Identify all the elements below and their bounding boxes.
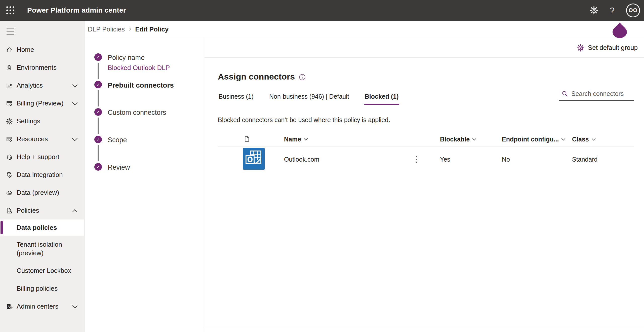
policy-name-value: Blocked Outlook DLP — [108, 64, 170, 72]
sidebar-item-data-integration[interactable]: Data integration — [0, 166, 84, 184]
sidebar-item-environments[interactable]: Environments — [0, 59, 84, 77]
connector-name-cell: Outlook.com — [284, 156, 415, 163]
top-app-bar: Power Platform admin center ? OO — [0, 0, 644, 21]
sidebar-item-billing-policies[interactable]: Billing policies — [0, 280, 84, 298]
chevron-down-icon — [73, 137, 77, 141]
step-connector-line — [98, 63, 99, 79]
resources-icon — [6, 135, 13, 143]
sidebar-item-analytics[interactable]: Analytics — [0, 77, 84, 94]
connectors-table-header: Name Blockable Endpoint configu... Class — [218, 132, 634, 147]
column-header-name[interactable]: Name — [284, 136, 415, 143]
sidebar-item-policies[interactable]: Policies — [0, 202, 84, 219]
app-launcher-button[interactable] — [0, 0, 21, 21]
endpoint-configurable-cell: No — [502, 156, 572, 163]
sidebar-item-customer-lockbox[interactable]: Customer Lockbox — [0, 262, 84, 280]
sidebar-item-home[interactable]: Home — [0, 41, 84, 59]
sidebar-item-billing-preview[interactable]: Billing (Preview) — [0, 94, 84, 112]
connector-group-tabs: Business (1) Non-business (946) | Defaul… — [218, 91, 399, 105]
wizard-step-policy-name[interactable]: ✓ Policy name Blocked Outlook DLP — [94, 53, 204, 81]
info-icon[interactable] — [299, 74, 306, 81]
sidebar-item-data-preview[interactable]: Data (preview) — [0, 184, 84, 202]
blockable-cell: Yes — [440, 156, 502, 163]
tab-non-business[interactable]: Non-business (946) | Default — [268, 91, 350, 105]
app-launcher-waffle-icon — [6, 6, 15, 15]
breadcrumb: DLP Policies › Edit Policy — [85, 21, 644, 38]
step-complete-icon: ✓ — [94, 136, 102, 143]
app-title: Power Platform admin center — [27, 6, 126, 14]
policy-document-icon — [6, 207, 13, 214]
home-icon — [6, 46, 13, 54]
set-default-group-button[interactable]: Set default group — [577, 44, 638, 52]
search-connectors-box — [559, 90, 634, 101]
chevron-down-icon — [73, 101, 77, 105]
chevron-down-icon — [561, 137, 566, 141]
outlook-connector-icon — [243, 148, 265, 170]
environments-icon — [6, 64, 13, 71]
page-title: Assign connectors — [218, 72, 295, 82]
sidebar-item-resources[interactable]: Resources — [0, 130, 84, 148]
sidebar-item-settings[interactable]: Settings — [0, 112, 84, 130]
topbar-actions: ? OO — [590, 4, 640, 17]
blocked-tab-description: Blocked connectors can’t be used where t… — [218, 116, 634, 124]
breadcrumb-separator-icon: › — [129, 25, 131, 33]
database-link-icon — [6, 171, 13, 179]
gear-icon — [590, 6, 598, 15]
wizard-step-scope[interactable]: ✓ Scope — [94, 136, 204, 163]
search-icon — [561, 90, 568, 97]
tab-blocked[interactable]: Blocked (1) — [364, 91, 399, 105]
breadcrumb-current-page: Edit Policy — [135, 25, 169, 33]
help-button[interactable]: ? — [610, 6, 615, 15]
step-complete-icon: ✓ — [94, 81, 102, 88]
chevron-down-icon — [591, 137, 595, 141]
connector-group-tabs-row: Business (1) Non-business (946) | Defaul… — [218, 90, 634, 105]
left-nav-sidebar: Home Environments Analytics Billing (Pre… — [0, 21, 85, 332]
gear-icon — [577, 44, 584, 52]
nav-collapse-button[interactable] — [6, 26, 17, 36]
wizard-step-prebuilt-connectors[interactable]: ✓ Prebuilt connectors — [94, 81, 204, 108]
class-cell: Standard — [572, 156, 634, 163]
connectors-table: Name Blockable Endpoint configu... Class — [218, 132, 634, 172]
chevron-up-icon — [73, 209, 77, 212]
wizard-step-review[interactable]: ✓ Review — [94, 163, 204, 171]
step-complete-icon: ✓ — [94, 108, 102, 116]
column-header-endpoint-configurable[interactable]: Endpoint configu... — [502, 136, 572, 143]
gear-icon — [6, 118, 13, 125]
step-connector-line — [98, 145, 99, 161]
step-connector-line — [98, 90, 99, 106]
command-bar: Set default group — [204, 38, 644, 58]
column-header-class[interactable]: Class — [572, 136, 634, 143]
step-connector-line — [98, 118, 99, 134]
billing-icon — [6, 100, 13, 107]
sidebar-item-data-policies[interactable]: Data policies — [0, 219, 84, 236]
table-row-outlook-com[interactable]: Outlook.com Yes No Standard — [218, 147, 634, 172]
tab-business[interactable]: Business (1) — [218, 91, 254, 105]
breadcrumb-dlp-policies-link[interactable]: DLP Policies — [88, 25, 125, 33]
chevron-down-icon — [304, 137, 308, 141]
power-platform-admin-center: Power Platform admin center ? OO Home En… — [0, 0, 644, 332]
wizard-step-rail: ✓ Policy name Blocked Outlook DLP ✓ Preb… — [85, 38, 204, 332]
footer-divider — [204, 327, 644, 327]
document-column-icon[interactable] — [244, 136, 250, 142]
main-content: Set default group Assign connectors Busi… — [204, 38, 644, 332]
chevron-down-icon — [73, 305, 77, 308]
headset-icon — [6, 153, 13, 161]
chevron-down-icon — [73, 84, 77, 87]
row-more-actions-button[interactable] — [414, 154, 440, 165]
analytics-icon — [6, 82, 13, 89]
sidebar-item-help-support[interactable]: Help + support — [0, 148, 84, 166]
user-avatar[interactable]: OO — [626, 4, 640, 17]
sidebar-item-admin-centers[interactable]: Admin centers — [0, 298, 84, 315]
assign-connectors-section: Assign connectors Business (1) Non-busin… — [204, 72, 644, 172]
sidebar-item-tenant-isolation[interactable]: Tenant isolation (preview) — [0, 236, 84, 262]
wizard-step-custom-connectors[interactable]: ✓ Custom connectors — [94, 108, 204, 136]
step-complete-icon: ✓ — [94, 163, 102, 171]
cloud-sync-icon — [6, 189, 13, 197]
settings-gear-button[interactable] — [590, 6, 598, 15]
admin-centers-icon — [6, 303, 13, 310]
column-header-blockable[interactable]: Blockable — [440, 136, 502, 143]
search-connectors-input[interactable] — [571, 90, 632, 97]
decorative-teardrop-shape — [613, 22, 627, 38]
chevron-down-icon — [472, 137, 476, 141]
step-complete-icon: ✓ — [94, 53, 102, 61]
